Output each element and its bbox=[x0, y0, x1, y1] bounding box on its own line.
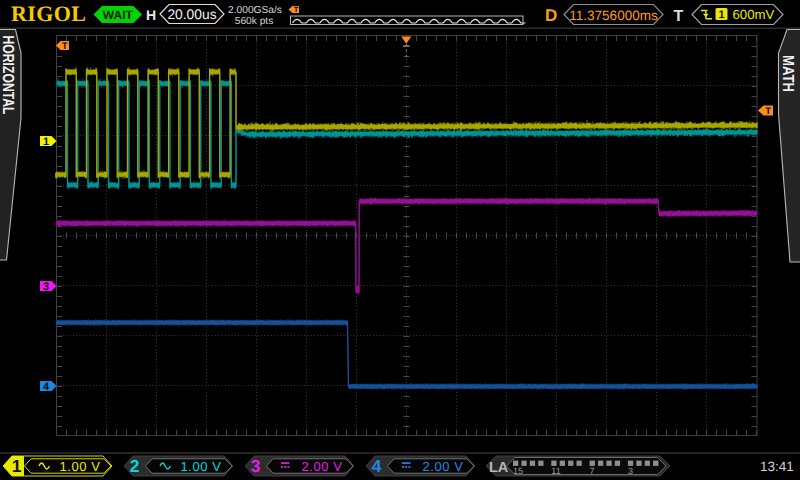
svg-text:T: T bbox=[765, 106, 771, 117]
svg-text:13:41: 13:41 bbox=[760, 459, 794, 474]
svg-text:1.00 V: 1.00 V bbox=[180, 459, 221, 474]
svg-text:WAIT: WAIT bbox=[103, 8, 134, 22]
svg-text:LA: LA bbox=[489, 460, 509, 476]
svg-text:T: T bbox=[674, 8, 684, 25]
svg-text:1: 1 bbox=[718, 9, 724, 21]
svg-text:560k pts: 560k pts bbox=[235, 16, 274, 27]
svg-text:RIGOL: RIGOL bbox=[11, 1, 86, 26]
svg-text:15: 15 bbox=[513, 466, 523, 476]
svg-text:20.00us: 20.00us bbox=[167, 7, 216, 22]
svg-text:11.3756000ms: 11.3756000ms bbox=[569, 8, 658, 23]
svg-text:2.000GSa/s: 2.000GSa/s bbox=[228, 5, 282, 16]
svg-text:2: 2 bbox=[130, 456, 140, 476]
svg-text:T: T bbox=[62, 41, 68, 52]
svg-text:HORIZONTAL: HORIZONTAL bbox=[0, 36, 16, 115]
svg-text:1: 1 bbox=[12, 456, 22, 476]
svg-text:T: T bbox=[294, 5, 299, 14]
svg-text:7: 7 bbox=[590, 466, 595, 476]
svg-text:3: 3 bbox=[628, 466, 633, 476]
svg-text:3: 3 bbox=[43, 281, 49, 293]
svg-text:H: H bbox=[146, 7, 156, 23]
svg-text:11: 11 bbox=[551, 466, 560, 476]
svg-text:3: 3 bbox=[251, 456, 261, 476]
svg-text:4: 4 bbox=[43, 381, 50, 393]
svg-text:600mV: 600mV bbox=[733, 7, 775, 22]
svg-text:D: D bbox=[545, 6, 557, 25]
svg-text:2.00 V: 2.00 V bbox=[422, 459, 463, 474]
svg-text:1: 1 bbox=[43, 136, 49, 148]
svg-text:4: 4 bbox=[372, 456, 382, 476]
svg-text:2.00 V: 2.00 V bbox=[301, 459, 342, 474]
svg-text:1.00 V: 1.00 V bbox=[59, 459, 100, 474]
svg-text:MATH: MATH bbox=[779, 55, 796, 92]
